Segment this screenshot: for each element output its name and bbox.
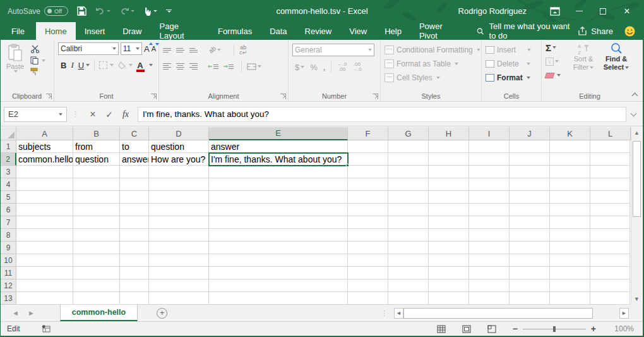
- align-bottom-icon[interactable]: [189, 48, 198, 52]
- cell-empty[interactable]: [348, 178, 388, 191]
- cell-empty[interactable]: [348, 153, 388, 166]
- underline-dropdown-icon[interactable]: [86, 64, 90, 66]
- column-header-c[interactable]: C: [120, 127, 149, 140]
- cell-empty[interactable]: [209, 242, 348, 254]
- maximize-button[interactable]: [591, 0, 615, 22]
- cell-empty[interactable]: [510, 204, 550, 216]
- increase-decimal-button[interactable]: ←.0 .00: [337, 62, 347, 72]
- row-header[interactable]: 10: [1, 254, 16, 267]
- comma-format-button[interactable]: ,: [323, 63, 326, 72]
- cell-empty[interactable]: [510, 153, 550, 166]
- cell-empty[interactable]: [550, 242, 590, 254]
- column-header-d[interactable]: D: [149, 127, 209, 140]
- cell-empty[interactable]: [348, 229, 388, 242]
- cell-empty[interactable]: [16, 292, 73, 305]
- zoom-level[interactable]: 100%: [612, 324, 634, 333]
- cell-b1[interactable]: from: [73, 140, 120, 153]
- cell-empty[interactable]: [550, 140, 590, 153]
- cell-empty[interactable]: [590, 191, 630, 204]
- format-cells-button[interactable]: Format: [486, 71, 539, 85]
- column-header-f[interactable]: F: [348, 127, 388, 140]
- row-header[interactable]: 6: [1, 204, 16, 216]
- zoom-out-button[interactable]: −: [513, 324, 518, 334]
- column-header-b[interactable]: B: [73, 127, 120, 140]
- insert-cells-button[interactable]: Insert: [486, 43, 539, 57]
- horizontal-scroll-thumb[interactable]: [403, 308, 593, 319]
- decrease-indent-button[interactable]: ⇐: [208, 64, 218, 69]
- cell-empty[interactable]: [73, 292, 120, 305]
- column-header-l[interactable]: L: [590, 127, 631, 140]
- cell-empty[interactable]: [429, 229, 469, 242]
- row-header[interactable]: 9: [1, 242, 16, 254]
- paste-button[interactable]: Paste: [4, 44, 27, 73]
- underline-button[interactable]: U: [78, 61, 84, 70]
- scroll-up-icon[interactable]: ▲: [631, 130, 642, 136]
- cell-empty[interactable]: [209, 267, 348, 279]
- cell-empty[interactable]: [550, 216, 590, 229]
- cell-empty[interactable]: [120, 229, 149, 242]
- paste-dropdown-icon[interactable]: [14, 70, 18, 73]
- page-layout-view-icon[interactable]: [462, 325, 471, 333]
- cell-empty[interactable]: [16, 254, 73, 267]
- column-header-j[interactable]: J: [510, 127, 550, 140]
- cell-empty[interactable]: [388, 153, 429, 166]
- cell-empty[interactable]: [388, 178, 429, 191]
- cell-empty[interactable]: [550, 292, 590, 305]
- clipboard-dialog-launcher-icon[interactable]: [46, 94, 52, 99]
- cut-icon[interactable]: [30, 45, 40, 53]
- cell-empty[interactable]: [510, 242, 550, 254]
- column-header-e-selected[interactable]: E: [209, 127, 348, 140]
- cell-empty[interactable]: [16, 267, 73, 279]
- cell-empty[interactable]: [209, 292, 348, 305]
- tab-review[interactable]: Review: [296, 22, 341, 40]
- cell-empty[interactable]: [348, 191, 388, 204]
- row-header[interactable]: 7: [1, 216, 16, 229]
- align-center-icon[interactable]: [176, 63, 184, 70]
- column-header-a[interactable]: A: [16, 127, 73, 140]
- vertical-scroll-thumb[interactable]: [633, 141, 641, 217]
- cell-empty[interactable]: [120, 166, 149, 178]
- feedback-smiley-icon[interactable]: [624, 26, 635, 37]
- expand-formula-bar-button[interactable]: [626, 113, 640, 116]
- font-color-button[interactable]: A: [137, 61, 143, 70]
- name-box[interactable]: E2: [4, 107, 67, 122]
- normal-view-icon[interactable]: [437, 325, 446, 333]
- tab-insert[interactable]: Insert: [76, 22, 114, 40]
- cell-empty[interactable]: [348, 279, 388, 292]
- fill-color-dropdown-icon[interactable]: [129, 64, 133, 66]
- cell-empty[interactable]: [550, 166, 590, 178]
- cell-empty[interactable]: [590, 166, 630, 178]
- zoom-in-button[interactable]: +: [591, 324, 596, 334]
- format-as-table-button[interactable]: Format as Table: [385, 57, 479, 71]
- cell-empty[interactable]: [120, 242, 149, 254]
- cell-empty[interactable]: [348, 292, 388, 305]
- align-top-icon[interactable]: [163, 48, 171, 52]
- cell-empty[interactable]: [590, 178, 630, 191]
- cell-empty[interactable]: [550, 153, 590, 166]
- row-header[interactable]: 3: [1, 166, 16, 178]
- cell-empty[interactable]: [120, 216, 149, 229]
- cell-empty[interactable]: [388, 292, 429, 305]
- cell-empty[interactable]: [510, 191, 550, 204]
- close-button[interactable]: ×: [615, 0, 639, 22]
- row-header[interactable]: 5: [1, 191, 16, 204]
- cell-empty[interactable]: [429, 292, 469, 305]
- cell-empty[interactable]: [388, 216, 429, 229]
- cell-empty[interactable]: [590, 216, 630, 229]
- touch-mouse-mode-button[interactable]: [143, 6, 157, 16]
- cell-d1[interactable]: question: [149, 140, 209, 153]
- tab-view[interactable]: View: [340, 22, 376, 40]
- cell-c1[interactable]: to: [120, 140, 149, 153]
- cell-empty[interactable]: [590, 229, 630, 242]
- row-header-1[interactable]: 1: [1, 140, 16, 153]
- cell-empty[interactable]: [469, 229, 510, 242]
- cell-empty[interactable]: [149, 254, 209, 267]
- cell-empty[interactable]: [73, 254, 120, 267]
- format-painter-icon[interactable]: [30, 68, 39, 76]
- cell-empty[interactable]: [388, 267, 429, 279]
- enter-button[interactable]: ✓: [101, 109, 117, 119]
- cell-empty[interactable]: [149, 229, 209, 242]
- tab-home[interactable]: Home: [36, 22, 76, 40]
- fill-color-icon[interactable]: [118, 61, 127, 70]
- italic-button[interactable]: I: [71, 60, 73, 70]
